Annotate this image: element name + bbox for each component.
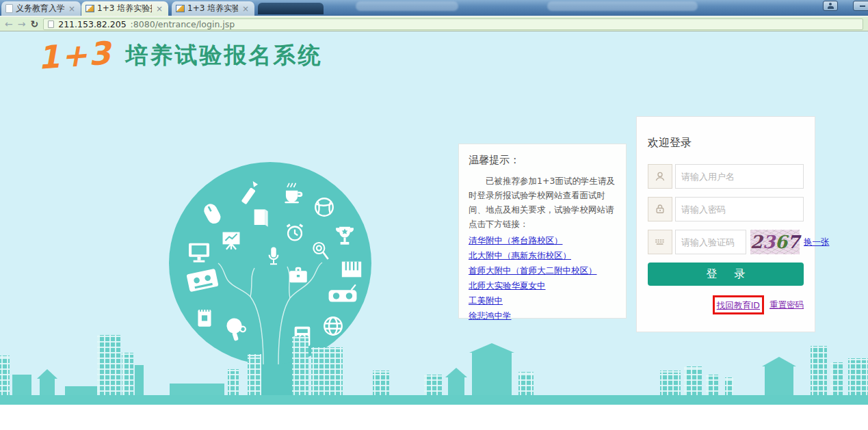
roof [445,368,467,377]
building-silhouette [12,375,31,395]
tips-panel: 温馨提示： 已被推荐参加1+3面试的学生请及时登录所报试验学校网站查看面试时间、… [458,144,627,319]
monitor-icon [185,239,213,266]
captcha-image[interactable]: 2367 [750,230,800,254]
login-heading: 欢迎登录 [648,136,804,150]
chart-easel-icon [220,229,243,252]
microphone-icon [263,245,284,266]
image-favicon-icon [176,5,185,12]
building-silhouette [170,384,224,395]
profile-button[interactable] [823,1,838,11]
building-silhouette [97,335,120,395]
building-silhouette [811,346,827,395]
building-silhouette [311,347,343,395]
building-silhouette [830,362,843,395]
building-silhouette [248,354,261,395]
document-favicon-icon [5,4,13,13]
password-input[interactable] [675,197,804,221]
school-link-shoushida[interactable]: 首师大附中（首师大二附中校区） [469,265,616,277]
address-bar[interactable]: 211.153.82.205:8080/entrance/login.jsp [43,18,863,30]
captcha-row: 2367 换一张 [648,230,804,254]
page-icon [48,21,54,28]
username-input[interactable] [675,164,804,189]
logo-badge: 1+3 [36,34,113,76]
profile-icon [828,3,834,9]
image-favicon-icon [86,5,94,12]
url-host: 211.153.82.205 [58,19,126,29]
basketball-icon [312,195,337,219]
window-titlebar: 义务教育入学服务平 × 1+3 培养实验报名系 × 1+3 培养实验报名系 × [0,0,868,16]
school-link-xubeihong[interactable]: 徐悲鸿中学 [469,310,616,322]
building-silhouette [684,366,702,395]
reset-password-link[interactable]: 重置密码 [770,299,804,311]
building-silhouette [228,369,239,395]
trophy-icon [332,224,358,250]
building-silhouette [518,372,534,395]
url-path: :8080/entrance/login.jsp [131,19,235,29]
login-page: 1+3 培养试验报名系统 [0,31,868,430]
lollipop-icon [310,240,332,262]
login-button[interactable]: 登 录 [648,263,804,286]
captcha-digit: 3 [763,233,775,251]
school-link-qinghua[interactable]: 清华附中（将台路校区） [469,235,616,247]
tab-title: 义务教育入学服务平 [16,3,64,14]
roof [762,357,796,366]
tab-close-icon[interactable]: × [67,4,77,14]
tab-title: 1+3 培养实验报名系 [187,3,238,14]
tips-heading: 温馨提示： [469,154,616,167]
captcha-digit: 7 [787,233,800,251]
roof [37,369,57,379]
browser-toolbar: ← → ↻ 211.153.82.205:8080/entrance/login… [0,16,868,31]
coffee-cup-icon [280,180,306,206]
login-bottom-links: 找回教育ID 重置密码 [648,295,804,314]
tab-1plus3-active[interactable]: 1+3 培养实验报名系 × [81,1,168,16]
tab-entrance-service[interactable]: 义务教育入学服务平 × [1,1,81,16]
new-tab-area[interactable] [258,3,324,14]
captcha-digit: 2 [750,233,763,251]
building-silhouette [424,375,442,395]
building-silhouette [706,375,718,395]
building-silhouette [660,371,681,395]
building-silhouette [472,353,512,395]
user-icon [648,164,672,189]
browser-chrome: 义务教育入学服务平 × 1+3 培养实验报名系 × 1+3 培养实验报名系 × … [0,0,868,31]
captcha-digit: 6 [775,233,787,251]
building-silhouette [122,353,133,395]
building-silhouette [373,371,389,395]
school-link-gongmei[interactable]: 工美附中 [469,295,616,307]
ground-strip [0,395,868,405]
building-silhouette [725,377,733,395]
find-education-id-link[interactable]: 找回教育ID [717,300,760,310]
tab-close-icon[interactable]: × [155,4,164,14]
alarm-clock-icon [283,221,306,244]
minimize-icon [860,5,865,7]
piano-keys-icon [340,259,363,280]
login-panel: 欢迎登录 [636,116,815,332]
find-id-annotation-box: 找回教育ID [713,295,764,314]
tab-1plus3-second[interactable]: 1+3 培养实验报名系 × [172,1,254,16]
titlebar-reflection [356,1,458,11]
building-silhouette [848,358,868,395]
building-silhouette [292,336,308,395]
book-icon [250,206,272,228]
building-silhouette [765,366,793,395]
reload-icon[interactable]: ↻ [30,19,38,29]
username-row [648,164,804,189]
refresh-captcha-link[interactable]: 换一张 [804,237,830,248]
tab-title: 1+3 培养实验报名系 [97,3,152,14]
tab-close-icon[interactable]: × [241,4,250,14]
site-logo: 1+3 培养试验报名系统 [38,37,323,74]
footer-white-band [0,405,868,430]
captcha-input[interactable] [675,230,746,254]
forward-icon[interactable]: → [18,19,26,29]
building-silhouette [0,355,10,395]
back-icon[interactable]: ← [5,19,13,29]
lock-icon [648,197,672,221]
building-silhouette [448,377,464,395]
building-silhouette [135,365,144,395]
password-row [648,197,804,221]
building-silhouette [40,379,55,395]
school-link-beida[interactable]: 北大附中（惠新东街校区） [469,250,616,262]
school-link-beishida[interactable]: 北师大实验华夏女中 [469,280,616,292]
minimize-button[interactable] [853,1,868,11]
roof [469,343,514,353]
